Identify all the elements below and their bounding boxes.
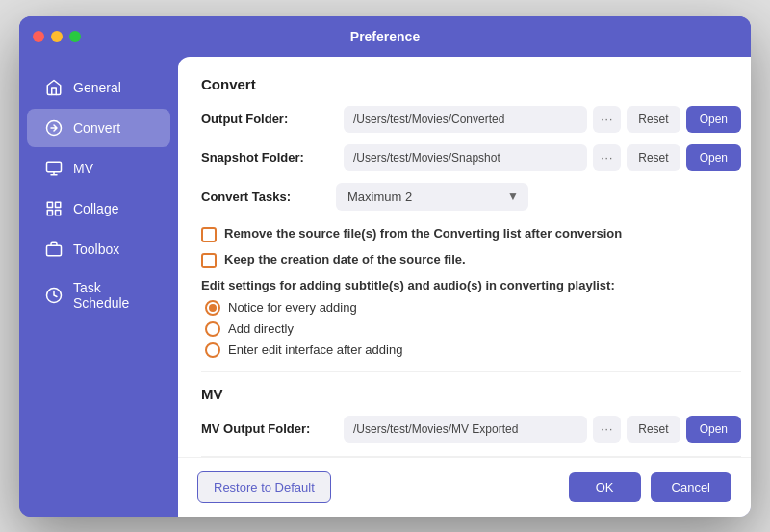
window-body: General Convert MV [19, 57, 751, 517]
convert-tasks-dropdown-wrapper: Maximum 2 Maximum 4 Maximum 6 Maximum 8 … [336, 183, 528, 211]
svg-rect-6 [47, 245, 62, 256]
sidebar-item-general[interactable]: General [27, 68, 170, 107]
sidebar-label-toolbox: Toolbox [73, 241, 119, 257]
svg-rect-2 [47, 202, 52, 207]
footer: Restore to Default OK Cancel [178, 457, 751, 517]
radio-direct-row: Add directly [205, 321, 741, 337]
snapshot-folder-input-group: ··· Reset Open [344, 144, 741, 171]
svg-rect-3 [56, 202, 61, 207]
convert-icon [44, 118, 64, 138]
output-folder-dots-button[interactable]: ··· [593, 106, 621, 133]
preference-window: Preference General Convert [19, 16, 751, 517]
maximize-button[interactable] [69, 31, 81, 42]
svg-rect-1 [47, 162, 62, 172]
mv-icon [44, 159, 64, 178]
mv-section-title: MV [201, 386, 741, 402]
mv-output-input-group: ··· Reset Open [344, 416, 741, 443]
subtitle-section: Edit settings for adding subtitle(s) and… [201, 278, 741, 358]
radio-notice-label: Notice for every adding [228, 300, 357, 315]
output-folder-input[interactable] [344, 106, 587, 133]
snapshot-folder-row: Snapshot Folder: ··· Reset Open [201, 144, 741, 171]
convert-section-title: Convert [201, 76, 741, 92]
content-panel: Convert Output Folder: ··· Reset Open Sn… [178, 57, 751, 517]
sidebar-label-mv: MV [73, 161, 93, 176]
output-folder-row: Output Folder: ··· Reset Open [201, 106, 741, 133]
snapshot-folder-dots-button[interactable]: ··· [593, 144, 621, 171]
restore-default-button[interactable]: Restore to Default [197, 471, 331, 503]
convert-tasks-label: Convert Tasks: [201, 190, 336, 204]
mv-output-open-button[interactable]: Open [686, 416, 741, 443]
subtitle-edit-label: Edit settings for adding subtitle(s) and… [201, 278, 741, 292]
sidebar-label-general: General [73, 80, 121, 95]
snapshot-folder-reset-button[interactable]: Reset [627, 144, 680, 171]
sidebar-label-convert: Convert [73, 120, 120, 136]
sidebar-item-toolbox[interactable]: Toolbox [27, 230, 170, 268]
remove-source-checkbox-row: Remove the source file(s) from the Conve… [201, 226, 741, 242]
remove-source-checkbox[interactable] [201, 227, 217, 242]
mv-output-label: MV Output Folder: [201, 421, 336, 436]
cancel-button[interactable]: Cancel [651, 472, 732, 502]
sidebar-item-collage[interactable]: Collage [27, 190, 170, 228]
remove-source-label: Remove the source file(s) from the Conve… [224, 226, 622, 241]
keep-date-label: Keep the creation date of the source fil… [224, 252, 466, 266]
minimize-button[interactable] [51, 31, 63, 42]
radio-direct-label: Add directly [228, 321, 294, 336]
radio-edit-label: Enter edit interface after adding [228, 342, 402, 357]
sidebar-label-task-schedule: Task Schedule [73, 280, 153, 311]
sidebar-item-convert[interactable]: Convert [27, 109, 170, 147]
output-folder-open-button[interactable]: Open [686, 106, 741, 133]
close-button[interactable] [33, 31, 44, 42]
radio-notice-row: Notice for every adding [205, 300, 741, 316]
snapshot-folder-open-button[interactable]: Open [686, 144, 741, 171]
footer-right-buttons: OK Cancel [569, 472, 732, 502]
sidebar-label-collage: Collage [73, 201, 118, 216]
output-folder-label: Output Folder: [201, 112, 336, 126]
mv-output-row: MV Output Folder: ··· Reset Open [201, 416, 741, 443]
mv-output-input[interactable] [344, 416, 587, 443]
snapshot-folder-input[interactable] [344, 144, 587, 171]
output-folder-input-group: ··· Reset Open [344, 106, 741, 133]
mv-output-dots-button[interactable]: ··· [593, 416, 621, 443]
keep-date-checkbox[interactable] [201, 253, 217, 268]
titlebar: Preference [19, 16, 751, 57]
radio-group: Notice for every adding Add directly Ent… [205, 300, 741, 358]
ok-button[interactable]: OK [569, 472, 641, 502]
svg-rect-5 [56, 210, 61, 215]
clock-icon [44, 286, 64, 305]
convert-tasks-row: Convert Tasks: Maximum 2 Maximum 4 Maxim… [201, 183, 741, 211]
radio-notice[interactable] [205, 300, 220, 316]
output-folder-reset-button[interactable]: Reset [627, 106, 680, 133]
toolbox-icon [44, 240, 64, 259]
keep-date-checkbox-row: Keep the creation date of the source fil… [201, 252, 741, 268]
content-scroll[interactable]: Convert Output Folder: ··· Reset Open Sn… [178, 57, 751, 457]
divider-mv [201, 371, 741, 372]
convert-tasks-select[interactable]: Maximum 2 Maximum 4 Maximum 6 Maximum 8 [336, 183, 528, 211]
sidebar: General Convert MV [19, 57, 178, 517]
sidebar-item-task-schedule[interactable]: Task Schedule [27, 270, 170, 320]
home-icon [44, 78, 64, 97]
window-controls [33, 31, 81, 42]
snapshot-folder-label: Snapshot Folder: [201, 150, 336, 165]
mv-output-reset-button[interactable]: Reset [627, 416, 680, 443]
sidebar-item-mv[interactable]: MV [27, 149, 170, 188]
radio-edit-row: Enter edit interface after adding [205, 342, 741, 358]
svg-rect-4 [47, 210, 52, 215]
radio-direct[interactable] [205, 321, 220, 337]
collage-icon [44, 199, 64, 218]
window-title: Preference [350, 29, 420, 44]
radio-edit[interactable] [205, 342, 220, 358]
